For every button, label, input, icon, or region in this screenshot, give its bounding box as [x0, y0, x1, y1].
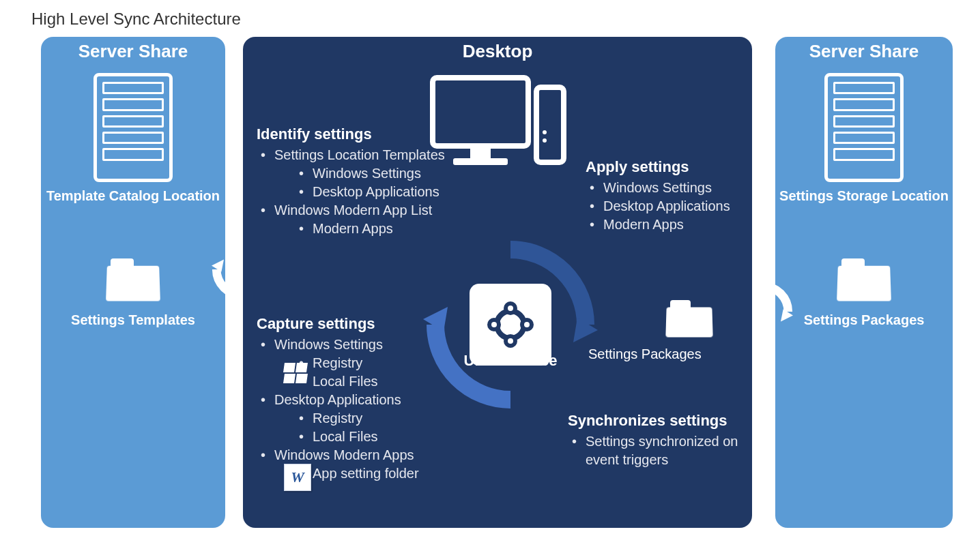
list-item: Modern Apps: [586, 216, 763, 234]
server-rack-icon: [824, 73, 904, 182]
server-share-right-panel: Server Share Settings Storage Location S…: [775, 37, 953, 528]
list-item: Registry: [295, 354, 482, 372]
settings-packages-folder: [666, 300, 712, 337]
list-item: Windows Settings: [295, 164, 482, 183]
identify-title: Identify settings: [257, 125, 482, 143]
identify-settings-section: Identify settings Settings Location Temp…: [257, 125, 482, 238]
windows-flag-icon: [284, 363, 311, 386]
list-item: Registry: [295, 409, 482, 428]
page-title: High Level Sync Architecture: [31, 10, 241, 29]
settings-storage-label: Settings Storage Location: [779, 188, 949, 204]
list-item: Windows Modern App List: [274, 203, 432, 218]
list-item: Local Files: [295, 428, 482, 446]
list-item: Local Files: [295, 372, 482, 391]
left-panel-title: Server Share: [41, 41, 225, 62]
svg-point-18: [524, 322, 530, 327]
list-item: Windows Settings: [586, 179, 763, 197]
apply-list: Windows Settings Desktop Applications Mo…: [586, 179, 763, 234]
list-item: Settings synchronized on event triggers: [568, 432, 766, 469]
list-item: Desktop Applications: [586, 197, 763, 216]
list-item: Desktop Applications: [295, 183, 482, 201]
svg-rect-7: [536, 87, 564, 162]
list-item: Windows Modern Apps: [274, 447, 414, 462]
svg-point-9: [543, 138, 547, 143]
list-item: Settings Location Templates: [274, 147, 445, 162]
settings-templates-label: Settings Templates: [71, 312, 195, 328]
center-panel-title: Desktop: [243, 41, 752, 62]
capture-list: Windows Settings Registry Local Files De…: [257, 336, 482, 483]
folder-icon: [106, 258, 160, 301]
capture-settings-section: Capture settings Windows Settings Regist…: [257, 315, 482, 483]
word-document-icon: W: [284, 464, 311, 491]
list-item: App setting folder: [295, 464, 482, 483]
apply-settings-section: Apply settings Windows Settings Desktop …: [586, 158, 763, 234]
apply-title: Apply settings: [586, 158, 763, 176]
desktop-panel: Desktop: [243, 37, 752, 528]
template-catalog-label: Template Catalog Location: [46, 188, 220, 204]
capture-title: Capture settings: [257, 315, 482, 333]
list-item: Windows Settings: [274, 337, 383, 352]
svg-point-20: [491, 322, 497, 327]
svg-point-19: [508, 338, 513, 344]
folder-icon: [837, 258, 891, 301]
settings-packages-label-center: Settings Packages: [588, 346, 702, 362]
server-share-left-panel: Server Share Template Catalog Location S…: [41, 37, 225, 528]
synchronize-settings-section: Synchronizes settings Settings synchroni…: [568, 412, 766, 469]
identify-list: Settings Location Templates Windows Sett…: [257, 146, 482, 238]
list-item: Modern Apps: [295, 220, 482, 238]
server-rack-icon: [93, 73, 173, 182]
right-panel-title: Server Share: [775, 41, 953, 62]
settings-packages-label-right: Settings Packages: [804, 312, 925, 328]
svg-point-8: [543, 130, 547, 134]
list-item: Desktop Applications: [274, 392, 401, 407]
svg-point-17: [508, 306, 513, 311]
folder-icon: [666, 300, 712, 337]
sync-list: Settings synchronized on event triggers: [568, 432, 766, 469]
sync-title: Synchronizes settings: [568, 412, 766, 430]
